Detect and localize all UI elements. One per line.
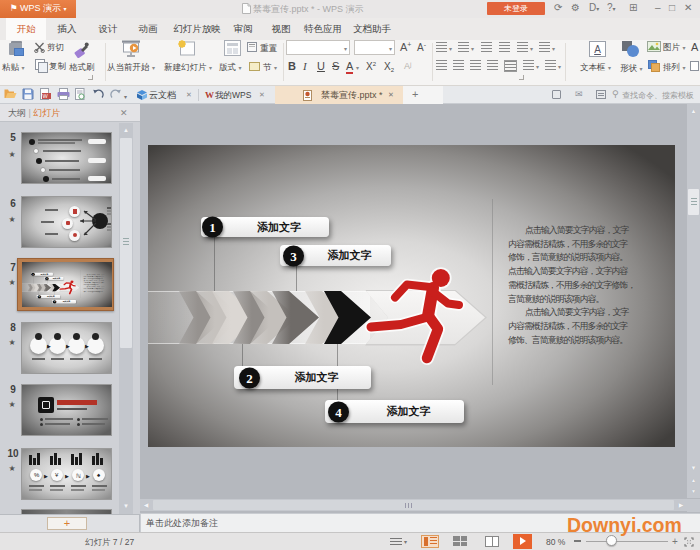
svg-text:W: W xyxy=(43,93,49,99)
